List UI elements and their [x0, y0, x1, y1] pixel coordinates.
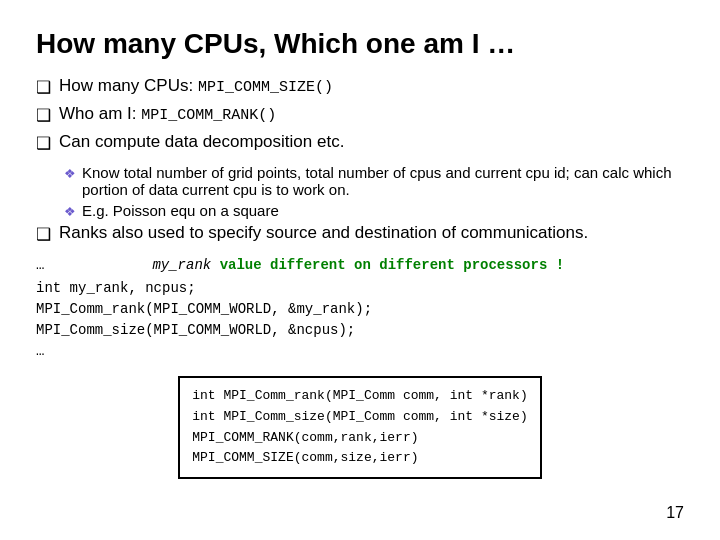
code-line-4: … [36, 341, 684, 362]
code-comm-size: MPI_COMM_SIZE() [198, 79, 333, 96]
box-code: int MPI_Comm_rank(MPI_Comm comm, int *ra… [178, 376, 541, 479]
sub-bullets: ❖ Know total number of grid points, tota… [64, 164, 684, 219]
bullet-icon-3: ❑ [36, 133, 51, 154]
code-section: … my_rank value different on different p… [36, 255, 684, 362]
sub-bullet-icon-2: ❖ [64, 204, 76, 219]
box-line-1: int MPI_Comm_rank(MPI_Comm comm, int *ra… [192, 386, 527, 407]
slide-title: How many CPUs, Which one am I … [36, 28, 684, 60]
slide: How many CPUs, Which one am I … ❑ How ma… [0, 0, 720, 540]
sub-bullet-text-1: Know total number of grid points, total … [82, 164, 684, 198]
sub-bullet-text-2: E.g. Poisson equ on a square [82, 202, 279, 219]
my-rank-label: my_rank value different on different pro… [152, 255, 564, 276]
code-line-3: MPI_Comm_size(MPI_COMM_WORLD, &ncpus); [36, 320, 684, 341]
code-line-2: MPI_Comm_rank(MPI_COMM_WORLD, &my_rank); [36, 299, 684, 320]
ellipsis-1: … [36, 255, 44, 276]
sub-bullet-1: ❖ Know total number of grid points, tota… [64, 164, 684, 198]
bullet-1: ❑ How many CPUs: MPI_COMM_SIZE() [36, 76, 684, 98]
box-line-3: MPI_COMM_RANK(comm,rank,ierr) [192, 428, 527, 449]
bullet-icon-2: ❑ [36, 105, 51, 126]
bullet-2: ❑ Who am I: MPI_COMM_RANK() [36, 104, 684, 126]
bullet-text-3: Can compute data decomposition etc. [59, 132, 344, 152]
bullet-icon-ranks: ❑ [36, 224, 51, 245]
bullet-ranks: ❑ Ranks also used to specify source and … [36, 223, 684, 245]
code-line-1: int my_rank, ncpus; [36, 278, 684, 299]
bullet-icon-1: ❑ [36, 77, 51, 98]
bullet-3: ❑ Can compute data decomposition etc. [36, 132, 684, 154]
code-line-0: … my_rank value different on different p… [36, 255, 684, 276]
box-code-container: int MPI_Comm_rank(MPI_Comm comm, int *ra… [36, 368, 684, 479]
main-bullets: ❑ How many CPUs: MPI_COMM_SIZE() ❑ Who a… [36, 76, 684, 154]
code-comm-rank: MPI_COMM_RANK() [141, 107, 276, 124]
page-number: 17 [666, 504, 684, 522]
sub-bullet-2: ❖ E.g. Poisson equ on a square [64, 202, 684, 219]
bullet-ranks-text: Ranks also used to specify source and de… [59, 223, 588, 243]
bullet-text-2: Who am I: MPI_COMM_RANK() [59, 104, 276, 124]
box-line-4: MPI_COMM_SIZE(comm,size,ierr) [192, 448, 527, 469]
box-line-2: int MPI_Comm_size(MPI_Comm comm, int *si… [192, 407, 527, 428]
bullet-text-1: How many CPUs: MPI_COMM_SIZE() [59, 76, 333, 96]
sub-bullet-icon-1: ❖ [64, 166, 76, 181]
